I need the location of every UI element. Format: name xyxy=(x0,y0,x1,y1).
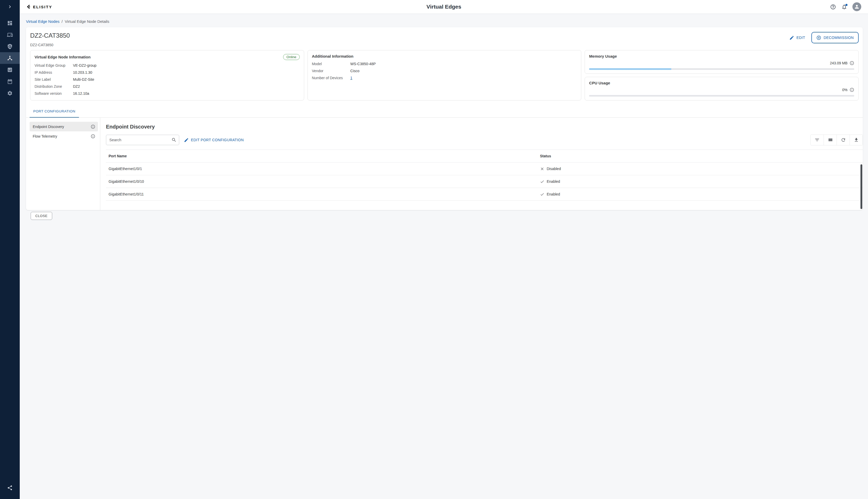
node-information-card: Virtual Edge Node Information Online Vir… xyxy=(30,50,304,100)
cpu-usage-value: 0% xyxy=(842,88,847,92)
status-cell: Enabled xyxy=(540,192,863,196)
field-label: Distribution Zone xyxy=(35,84,73,88)
additional-information-title: Additional Information xyxy=(312,54,353,58)
pause-circle-icon xyxy=(816,35,821,40)
node-information-fields: Virtual Edge Group VE-DZ2-group IP Addre… xyxy=(35,63,300,96)
sidebar-share-button[interactable] xyxy=(5,484,14,492)
field-row: Site Label Multi-DZ-Site xyxy=(35,77,300,82)
topbar-actions xyxy=(830,2,861,11)
edit-button[interactable]: EDIT xyxy=(789,35,805,40)
pane-heading: Endpoint Discovery xyxy=(106,124,863,130)
status-cell: Enabled xyxy=(540,179,863,184)
sidebar-expand-button[interactable] xyxy=(5,2,14,11)
dashboard-icon xyxy=(7,20,13,26)
field-row: Software version 16.12.10a xyxy=(35,92,300,96)
port-table: Port Name Status GigabitEthernet1/0/1 xyxy=(106,149,863,201)
devices-count-link[interactable]: 1 xyxy=(350,76,352,80)
endpoint-discovery-pane: Endpoint Discovery EDIT PORT CONFIGURATI… xyxy=(100,118,863,210)
node-information-title: Virtual Edge Node Information xyxy=(35,55,91,59)
filter-button[interactable] xyxy=(811,135,823,145)
cpu-usage-title: CPU Usage xyxy=(589,81,854,85)
node-subtitle: DZ2-CAT3850 xyxy=(30,43,70,47)
info-icon[interactable] xyxy=(849,61,854,65)
sidebar-item-policy[interactable] xyxy=(0,40,20,52)
download-button[interactable] xyxy=(849,135,863,145)
breadcrumb-current: Virtual Edge Node Details xyxy=(65,19,109,24)
status-label: Enabled xyxy=(547,192,560,196)
edit-port-configuration-button[interactable]: EDIT PORT CONFIGURATION xyxy=(184,137,244,143)
tab-bar: PORT CONFIGURATION xyxy=(26,105,863,118)
sidebar-nav xyxy=(0,17,20,99)
sidebar-item-dashboard[interactable] xyxy=(0,17,20,29)
filter-icon xyxy=(815,137,820,143)
edit-port-configuration-label: EDIT PORT CONFIGURATION xyxy=(191,138,244,142)
search-input[interactable] xyxy=(106,135,179,145)
cpu-progress-bar xyxy=(589,95,854,97)
list-item-flow-telemetry[interactable]: Flow Telemetry xyxy=(29,131,98,141)
sidebar-item-virtual-edges[interactable] xyxy=(0,52,20,64)
field-value: 16.12.10a xyxy=(73,92,89,96)
devices-icon xyxy=(7,32,13,38)
table-header-row: Port Name Status xyxy=(106,150,863,162)
brand-name: ELISITY xyxy=(33,5,52,9)
avatar[interactable] xyxy=(853,2,861,11)
field-value: VE-DZ2-group xyxy=(73,63,96,68)
memory-usage-card: Memory Usage 243.09 MB xyxy=(584,50,859,74)
sidebar-item-calendar[interactable] xyxy=(0,75,20,87)
column-header-port-name: Port Name xyxy=(106,150,538,162)
field-row: Virtual Edge Group VE-DZ2-group xyxy=(35,63,300,68)
close-button[interactable]: CLOSE xyxy=(31,212,52,220)
info-icon[interactable] xyxy=(849,87,854,92)
cpu-usage-card: CPU Usage 0% xyxy=(584,77,859,100)
sidebar-item-settings[interactable] xyxy=(0,87,20,99)
header-actions: EDIT DECOMMISSION xyxy=(789,32,859,44)
list-item-endpoint-discovery[interactable]: Endpoint Discovery xyxy=(29,122,98,131)
decommission-button-label: DECOMMISSION xyxy=(823,36,854,40)
refresh-button[interactable] xyxy=(836,135,849,145)
info-icon[interactable] xyxy=(91,134,95,139)
share-icon xyxy=(7,485,13,491)
policy-shield-icon xyxy=(7,44,13,49)
table-row: GigabitEthernet1/0/1 Disabled xyxy=(106,162,863,175)
sidebar-item-analytics[interactable] xyxy=(0,64,20,75)
main-column: ELISITY Virtual Edges Virtual Edge Nodes xyxy=(20,0,868,499)
tab-port-configuration[interactable]: PORT CONFIGURATION xyxy=(29,105,79,118)
field-value: 10.203.1.30 xyxy=(73,70,92,74)
field-row: IP Address 10.203.1.30 xyxy=(35,70,300,74)
node-title: DZ2-CAT3850 xyxy=(30,32,70,39)
table-scrollbar[interactable] xyxy=(860,165,862,209)
list-item-label: Flow Telemetry xyxy=(33,134,57,138)
port-configuration-panes: Endpoint Discovery Flow Telemetry xyxy=(26,118,863,210)
port-name-cell: GigabitEthernet1/0/1 xyxy=(106,162,538,175)
content-area: Virtual Edge Nodes / Virtual Edge Node D… xyxy=(20,13,868,499)
pencil-icon xyxy=(184,137,189,143)
gear-icon xyxy=(7,90,13,96)
elisity-logo-icon xyxy=(26,4,31,9)
table-row: GigabitEthernet1/0/10 Enabled xyxy=(106,175,863,188)
search-icon xyxy=(171,137,177,143)
status-cell: Disabled xyxy=(540,167,863,171)
field-value: DZ2 xyxy=(73,84,80,88)
refresh-icon xyxy=(841,137,846,143)
status-label: Enabled xyxy=(547,179,560,184)
port-config-sidebar: Endpoint Discovery Flow Telemetry xyxy=(26,118,100,210)
decommission-button[interactable]: DECOMMISSION xyxy=(811,32,859,44)
node-details-card: DZ2-CAT3850 DZ2-CAT3850 EDIT DECOMMISSIO… xyxy=(26,27,863,210)
chevron-right-icon xyxy=(7,4,13,10)
breadcrumb-link-virtual-edge-nodes[interactable]: Virtual Edge Nodes xyxy=(26,19,59,24)
info-icon[interactable] xyxy=(91,124,95,129)
notifications-button[interactable] xyxy=(841,4,847,10)
brand-logo[interactable]: ELISITY xyxy=(26,4,52,9)
table-toolbar xyxy=(810,134,863,145)
footer-row: CLOSE xyxy=(31,212,863,220)
field-label: Site Label xyxy=(35,77,73,82)
help-button[interactable] xyxy=(830,4,836,10)
field-label: Model xyxy=(312,62,350,66)
additional-information-fields: Model WS-C3850-48P Vendor Cisco Number o… xyxy=(312,62,577,80)
sidebar-item-devices[interactable] xyxy=(0,29,20,40)
status-disabled-icon xyxy=(540,167,544,171)
port-name-cell: GigabitEthernet1/0/11 xyxy=(106,188,538,201)
breadcrumb-separator: / xyxy=(62,19,63,24)
columns-button[interactable] xyxy=(823,135,836,145)
info-cards-row: Virtual Edge Node Information Online Vir… xyxy=(26,50,863,100)
